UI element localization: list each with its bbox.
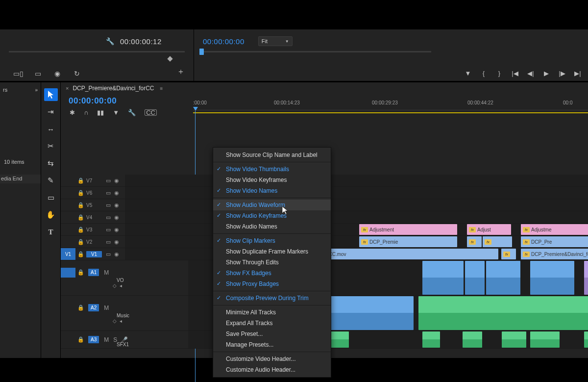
track-label[interactable]: V4 bbox=[86, 215, 102, 220]
clip-audio[interactable] bbox=[465, 261, 485, 295]
track-label[interactable]: A2 bbox=[88, 304, 99, 311]
step-forward-icon[interactable]: |▶ bbox=[559, 70, 565, 77]
lock-icon[interactable]: 🔒 bbox=[75, 202, 86, 208]
clip-audio[interactable] bbox=[584, 261, 588, 295]
export-frame-icon[interactable]: ◉ bbox=[53, 70, 62, 77]
mute-icon[interactable]: M bbox=[102, 269, 111, 276]
track-label[interactable]: V5 bbox=[86, 203, 102, 208]
project-column-header[interactable]: edia End bbox=[0, 175, 41, 183]
track-label[interactable]: V1 bbox=[86, 251, 102, 257]
insert-icon[interactable]: ▭▯ bbox=[14, 70, 23, 77]
clip-video[interactable]: fxDCP_Premiere&Davinci_forCC.mov bbox=[521, 249, 588, 259]
program-timecode[interactable]: 00:00:00:00 bbox=[203, 37, 245, 46]
menu-item[interactable]: Customize Video Header... bbox=[213, 354, 331, 364]
clip-adjustment[interactable]: fxAdjustme bbox=[521, 224, 588, 235]
menu-item[interactable]: Minimize All Tracks bbox=[213, 307, 331, 318]
menu-item[interactable]: ✓Show FX Badges bbox=[213, 268, 331, 279]
track-label[interactable]: A1 bbox=[88, 269, 99, 276]
menu-item[interactable]: ✓Show Audio Keyframes bbox=[213, 210, 331, 221]
clip-video[interactable]: fxDCP_Premie bbox=[359, 236, 457, 247]
zoom-dropdown[interactable]: Fit ▼ bbox=[258, 36, 293, 46]
menu-item[interactable]: ✓Show Video Names bbox=[213, 185, 331, 196]
type-tool[interactable]: T bbox=[44, 226, 58, 238]
go-to-in-icon[interactable]: |◀ bbox=[512, 70, 518, 77]
out-point-icon[interactable]: } bbox=[496, 70, 503, 77]
clip-audio[interactable] bbox=[486, 261, 520, 295]
source-patch[interactable] bbox=[61, 175, 75, 186]
track-body[interactable] bbox=[125, 175, 588, 186]
menu-item[interactable]: Show Audio Names bbox=[213, 221, 331, 232]
mute-icon[interactable]: M bbox=[102, 305, 111, 311]
scrubber-handle[interactable] bbox=[199, 49, 204, 55]
clip-audio[interactable] bbox=[422, 331, 440, 348]
refresh-icon[interactable]: ↻ bbox=[73, 70, 81, 77]
rectangle-tool[interactable]: ▭ bbox=[44, 191, 58, 204]
clip-video[interactable]: fx bbox=[467, 236, 482, 247]
menu-item[interactable]: Show Duplicate Frame Markers bbox=[213, 246, 331, 257]
v1-body[interactable]: i_forCC.mov fx fxDCP_Premiere&Davinci_fo… bbox=[125, 248, 588, 260]
lock-icon[interactable]: 🔒 bbox=[75, 227, 86, 233]
clip-adjustment[interactable]: fxAdjust bbox=[467, 224, 511, 235]
clip-video[interactable]: fx bbox=[483, 236, 512, 247]
snap-icon[interactable]: ✱ bbox=[70, 109, 75, 116]
clip-audio[interactable] bbox=[530, 261, 574, 295]
menu-item[interactable]: ✓Show Proxy Badges bbox=[213, 279, 331, 289]
source-timecode[interactable]: 00:00:00:12 bbox=[120, 37, 162, 46]
track-label[interactable]: V6 bbox=[86, 190, 102, 196]
selection-tool[interactable] bbox=[44, 88, 58, 101]
pen-tool[interactable]: ✎ bbox=[44, 174, 58, 187]
work-area-bar[interactable] bbox=[193, 112, 588, 113]
menu-item[interactable]: Customize Audio Header... bbox=[213, 364, 331, 375]
lock-icon[interactable]: 🔒 bbox=[75, 214, 86, 221]
settings-wrench-icon[interactable]: 🔧 bbox=[128, 109, 136, 116]
razor-tool[interactable]: ✂ bbox=[44, 140, 58, 153]
captions-badge[interactable]: CC bbox=[145, 109, 157, 116]
clip-audio[interactable] bbox=[584, 331, 588, 348]
menu-item[interactable]: Show Source Clip Name and Label bbox=[213, 150, 331, 160]
menu-item[interactable]: Expand All Tracks bbox=[213, 318, 331, 329]
lock-icon[interactable]: 🔒 bbox=[75, 269, 86, 276]
clip-audio[interactable] bbox=[530, 331, 560, 348]
in-point-icon[interactable]: { bbox=[480, 70, 487, 77]
lock-icon[interactable]: 🔒 bbox=[75, 305, 86, 311]
lock-icon[interactable]: 🔒 bbox=[75, 239, 86, 245]
playhead-icon[interactable] bbox=[193, 107, 198, 111]
clip-audio[interactable] bbox=[418, 296, 588, 330]
toggle-output-icon[interactable]: ▭ bbox=[105, 178, 112, 184]
play-icon[interactable]: ▶ bbox=[543, 70, 550, 77]
track-label[interactable]: V3 bbox=[86, 227, 102, 232]
clip-video[interactable]: fxDCP_Pre bbox=[521, 236, 588, 247]
sequence-tab[interactable]: × DCP_Premiere&Davinci_forCC ≡ bbox=[61, 82, 163, 94]
menu-item[interactable]: ✓Show Clip Markers bbox=[213, 235, 331, 246]
menu-item[interactable]: Save Preset... bbox=[213, 329, 331, 339]
clip-audio[interactable] bbox=[330, 331, 349, 348]
track-label[interactable]: V7 bbox=[86, 178, 102, 183]
clip-video[interactable]: fx bbox=[501, 249, 516, 259]
marker-icon[interactable]: ▼ bbox=[465, 70, 471, 77]
source-patch-a1[interactable] bbox=[61, 268, 75, 278]
ripple-edit-tool[interactable]: ↔ bbox=[44, 123, 58, 135]
menu-item[interactable]: Show Video Keyframes bbox=[213, 175, 331, 185]
markers-icon[interactable]: ▮▮ bbox=[97, 109, 104, 116]
v3-body[interactable]: fxAdjustment fxAdjust fxAdjustme bbox=[125, 224, 588, 235]
lock-icon[interactable]: 🔒 bbox=[75, 178, 86, 184]
timeline-timecode[interactable]: 00:00:00:00 bbox=[69, 96, 117, 106]
menu-item[interactable]: Show Through Edits bbox=[213, 257, 331, 268]
track-label[interactable]: V2 bbox=[86, 239, 102, 245]
menu-item[interactable]: ✓Show Audio Waveform bbox=[213, 200, 331, 210]
slip-tool[interactable]: ⇆ bbox=[44, 157, 58, 170]
linked-selection-icon[interactable]: ∩ bbox=[84, 109, 88, 116]
keyframe-prev-icon[interactable]: ◂ bbox=[120, 283, 122, 288]
tab-menu-icon[interactable]: ≡ bbox=[160, 86, 163, 91]
clip-adjustment[interactable]: fxAdjustment bbox=[359, 224, 457, 235]
clip-audio[interactable] bbox=[463, 331, 482, 348]
overwrite-icon[interactable]: ▭ bbox=[33, 70, 42, 77]
menu-item[interactable]: ✓Show Video Thumbnails bbox=[213, 164, 331, 175]
toggle-sync-icon[interactable]: ◉ bbox=[113, 178, 120, 184]
collapse-icon[interactable]: » bbox=[35, 87, 38, 93]
go-to-out-icon[interactable]: ▶| bbox=[574, 70, 581, 77]
timeline-display-settings-menu[interactable]: Show Source Clip Name and Label✓Show Vid… bbox=[213, 147, 331, 378]
time-ruler[interactable]: :00:00 00:00:14:23 00:00:29:23 00:00:44:… bbox=[193, 100, 588, 113]
keyframe-nav-icon[interactable]: ◇ bbox=[113, 283, 117, 288]
source-patch-v1[interactable]: V1 bbox=[61, 248, 75, 260]
